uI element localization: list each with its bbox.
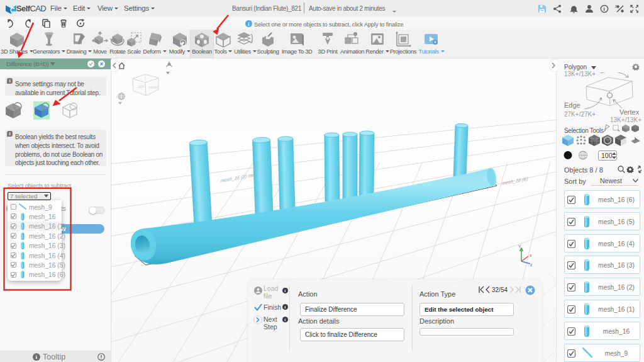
svg-text:z: z	[530, 263, 533, 267]
svg-text:i: i	[603, 6, 605, 12]
svg-text:Y: Y	[518, 244, 521, 249]
svg-text:i: i	[284, 305, 286, 310]
svg-text:FRONT: FRONT	[149, 86, 159, 89]
svg-text:LEFT: LEFT	[138, 86, 145, 89]
svg-text:x: x	[530, 253, 532, 257]
svg-text:32/54: 32/54	[492, 286, 508, 293]
svg-text:i: i	[284, 288, 286, 293]
svg-text:i: i	[284, 317, 286, 322]
